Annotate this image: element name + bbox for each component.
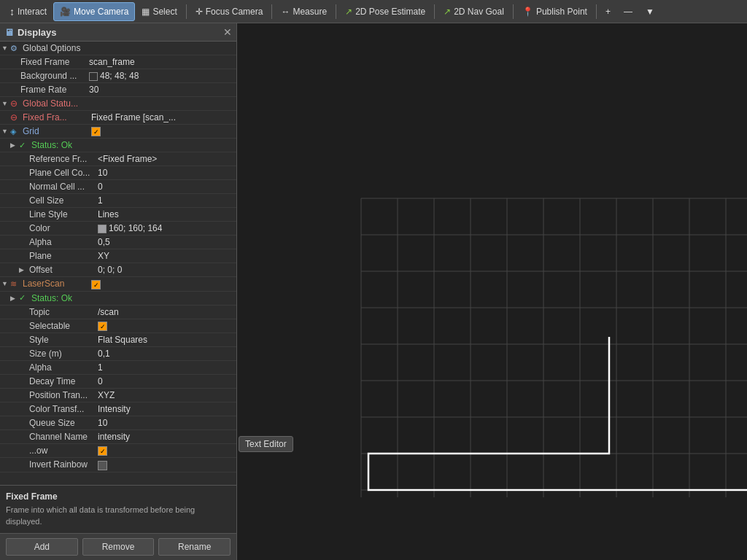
interact-button[interactable]: ↕ Interact bbox=[3, 2, 53, 21]
3d-viewport[interactable] bbox=[237, 23, 747, 560]
tree-row-cell-size[interactable]: Cell Size 1 bbox=[0, 194, 236, 208]
tree-row-selectable[interactable]: Selectable ✓ bbox=[0, 319, 236, 333]
laser-icon: ≋ bbox=[10, 279, 20, 289]
tree-row-color-transform[interactable]: Color Transf... Intensity bbox=[0, 402, 236, 416]
tree-row-frame-rate[interactable]: Frame Rate 30 bbox=[0, 83, 236, 97]
color-transform-value: Intensity bbox=[93, 404, 235, 414]
grid-checkbox[interactable]: ✓ bbox=[87, 126, 235, 136]
grid-label: Grid bbox=[21, 126, 87, 136]
2d-pose-button[interactable]: ↗ 2D Pose Estimate bbox=[338, 2, 432, 21]
move-camera-button[interactable]: 🎥 Move Camera bbox=[53, 2, 135, 21]
tree-row-fixed-frame[interactable]: Fixed Frame scan_frame bbox=[0, 55, 236, 69]
measure-button[interactable]: ↔ Measure bbox=[274, 2, 333, 21]
tree-row-background[interactable]: Background ... 48; 48; 48 bbox=[0, 69, 236, 83]
tree-row-laser-scan[interactable]: ▼ ≋ LaserScan ✓ bbox=[0, 277, 236, 291]
use-rainbow-checkbox[interactable]: ✓ bbox=[98, 446, 107, 456]
tree-row-reference-frame[interactable]: Reference Fr... <Fixed Frame> bbox=[0, 152, 236, 166]
dropdown-button[interactable]: ▼ bbox=[639, 2, 661, 21]
arrow-laser-scan[interactable]: ▼ bbox=[1, 280, 10, 287]
position-transform-value: XYZ bbox=[93, 390, 235, 400]
color-label: Color bbox=[28, 223, 93, 233]
tree-row-laser-status[interactable]: ▶ ✓ Status: Ok bbox=[0, 292, 236, 306]
tree-row-plane[interactable]: Plane XY bbox=[0, 249, 236, 263]
focus-camera-button[interactable]: ✛ Focus Camera bbox=[189, 2, 270, 21]
measure-icon: ↔ bbox=[281, 7, 290, 17]
publish-point-icon: 📍 bbox=[522, 7, 533, 17]
invert-rainbow-value[interactable] bbox=[93, 459, 235, 470]
tree-row-fixed-frame-error[interactable]: ⊖ Fixed Fra... Fixed Frame [scan_... bbox=[0, 111, 236, 125]
info-description: Frame into which all data is transformed… bbox=[6, 505, 231, 527]
tree-row-normal-cell[interactable]: Normal Cell ... 0 bbox=[0, 180, 236, 194]
plane-cell-label: Plane Cell Co... bbox=[28, 168, 93, 178]
minus-button[interactable]: — bbox=[617, 2, 639, 21]
tree-row-alpha2[interactable]: Alpha 1 bbox=[0, 361, 236, 375]
grid-enabled-checkbox[interactable]: ✓ bbox=[91, 127, 101, 136]
tree-area[interactable]: ▼ ⚙ Global Options Fixed Frame scan_fram… bbox=[0, 42, 236, 485]
tree-row-use-rainbow[interactable]: ...ow ✓ bbox=[0, 444, 236, 458]
tree-row-alpha[interactable]: Alpha 0,5 bbox=[0, 236, 236, 249]
tree-row-topic[interactable]: Topic /scan bbox=[0, 306, 236, 319]
arrow-laser-status[interactable]: ▶ bbox=[10, 295, 19, 302]
laser-enabled-checkbox[interactable]: ✓ bbox=[91, 280, 101, 289]
background-label: Background ... bbox=[19, 71, 85, 81]
global-options-label: Global Options bbox=[21, 43, 87, 53]
arrow-global-options[interactable]: ▼ bbox=[1, 44, 10, 52]
2d-nav-button[interactable]: ↗ 2D Nav Goal bbox=[437, 2, 511, 21]
remove-button[interactable]: Remove bbox=[82, 538, 155, 556]
tree-row-global-status[interactable]: ▼ ⊖ Global Statu... bbox=[0, 97, 236, 111]
right-panel[interactable]: Text Editor bbox=[237, 23, 747, 560]
2d-pose-label: 2D Pose Estimate bbox=[355, 7, 425, 17]
channel-name-label: Channel Name bbox=[28, 432, 93, 442]
tree-row-decay-time[interactable]: Decay Time 0 bbox=[0, 375, 236, 389]
select-label: Select bbox=[152, 7, 177, 17]
arrow-grid[interactable]: ▼ bbox=[1, 128, 10, 135]
reference-frame-label: Reference Fr... bbox=[28, 154, 93, 164]
toolbar-separator-1 bbox=[186, 4, 187, 19]
add-display-button[interactable]: + bbox=[599, 2, 617, 21]
check-icon-laser: ✓ bbox=[19, 293, 29, 303]
plus-icon: + bbox=[605, 7, 611, 17]
grid-color-swatch bbox=[98, 225, 107, 233]
publish-point-button[interactable]: 📍 Publish Point bbox=[516, 2, 594, 21]
tree-row-plane-cell-count[interactable]: Plane Cell Co... 10 bbox=[0, 166, 236, 180]
tree-row-size[interactable]: Size (m) 0,1 bbox=[0, 347, 236, 361]
selectable-checkbox[interactable]: ✓ bbox=[98, 322, 107, 331]
fixed-frame-error-label: Fixed Fra... bbox=[21, 112, 87, 122]
tree-row-line-style[interactable]: Line Style Lines bbox=[0, 208, 236, 222]
laser-scan-checkbox[interactable]: ✓ bbox=[87, 279, 235, 289]
tree-row-global-options[interactable]: ▼ ⚙ Global Options bbox=[0, 42, 236, 55]
arrow-global-status[interactable]: ▼ bbox=[1, 100, 10, 107]
add-button[interactable]: Add bbox=[6, 538, 78, 556]
focus-camera-icon: ✛ bbox=[196, 7, 203, 17]
check-icon-grid: ✓ bbox=[19, 141, 29, 150]
arrow-offset[interactable]: ▶ bbox=[19, 266, 28, 273]
frame-rate-value: 30 bbox=[85, 85, 235, 95]
2d-nav-label: 2D Nav Goal bbox=[454, 7, 504, 17]
fixed-frame-value: scan_frame bbox=[85, 57, 235, 67]
tree-row-position-transform[interactable]: Position Tran... XYZ bbox=[0, 389, 236, 402]
rename-button[interactable]: Rename bbox=[158, 538, 231, 556]
bottom-buttons: Add Remove Rename bbox=[0, 533, 236, 560]
cell-size-label: Cell Size bbox=[28, 195, 93, 206]
tree-row-style[interactable]: Style Flat Squares bbox=[0, 333, 236, 347]
select-button[interactable]: ▦ Select bbox=[135, 2, 183, 21]
tree-row-grid-status[interactable]: ▶ ✓ Status: Ok bbox=[0, 139, 236, 152]
fixed-frame-error-value: Fixed Frame [scan_... bbox=[87, 112, 235, 122]
tree-row-offset[interactable]: ▶ Offset 0; 0; 0 bbox=[0, 263, 236, 277]
selectable-value[interactable]: ✓ bbox=[93, 321, 235, 331]
size-label: Size (m) bbox=[28, 349, 93, 359]
offset-value: 0; 0; 0 bbox=[93, 265, 235, 275]
use-rainbow-value[interactable]: ✓ bbox=[93, 446, 235, 456]
alpha-label: Alpha bbox=[28, 237, 93, 247]
line-style-label: Line Style bbox=[28, 209, 93, 219]
tree-row-grid[interactable]: ▼ ◈ Grid ✓ bbox=[0, 125, 236, 139]
move-camera-label: Move Camera bbox=[74, 7, 128, 17]
arrow-grid-status[interactable]: ▶ bbox=[10, 141, 19, 149]
invert-rainbow-label: Invert Rainbow bbox=[28, 459, 93, 470]
close-icon[interactable]: ✕ bbox=[223, 26, 232, 38]
tree-row-queue-size[interactable]: Queue Size 10 bbox=[0, 416, 236, 430]
tree-row-channel-name[interactable]: Channel Name intensity bbox=[0, 430, 236, 444]
tree-row-invert-rainbow[interactable]: Invert Rainbow bbox=[0, 458, 236, 472]
invert-rainbow-checkbox[interactable] bbox=[98, 461, 107, 470]
tree-row-color[interactable]: Color 160; 160; 164 bbox=[0, 222, 236, 236]
